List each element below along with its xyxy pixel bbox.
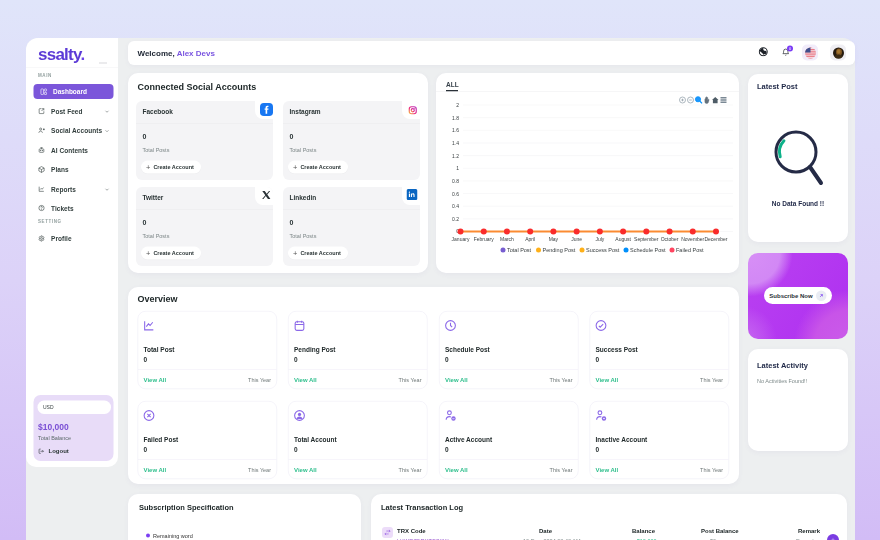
svg-text:0.2: 0.2 xyxy=(452,216,459,222)
svg-text:1: 1 xyxy=(456,165,459,171)
svg-text:October: October xyxy=(661,236,679,242)
svg-text:May: May xyxy=(549,236,559,242)
svg-text:July: July xyxy=(595,236,604,242)
svg-text:0.8: 0.8 xyxy=(452,178,459,184)
svg-text:February: February xyxy=(474,236,495,242)
svg-text:Total Post: Total Post xyxy=(507,247,532,253)
svg-text:1.4: 1.4 xyxy=(452,140,459,146)
svg-text:September: September xyxy=(634,236,659,242)
svg-text:0.4: 0.4 xyxy=(452,203,459,209)
svg-text:Pending Post: Pending Post xyxy=(543,247,576,253)
svg-text:1.2: 1.2 xyxy=(452,153,459,159)
svg-text:April: April xyxy=(525,236,535,242)
svg-text:Schedule Post: Schedule Post xyxy=(630,247,666,253)
svg-text:1.8: 1.8 xyxy=(452,115,459,121)
svg-text:August: August xyxy=(615,236,631,242)
svg-text:1.6: 1.6 xyxy=(452,127,459,133)
svg-text:Failed Post: Failed Post xyxy=(676,247,704,253)
svg-text:0.6: 0.6 xyxy=(452,191,459,197)
svg-text:March: March xyxy=(500,236,514,242)
svg-text:December: December xyxy=(704,236,727,242)
svg-text:Success Post: Success Post xyxy=(586,247,620,253)
svg-text:January: January xyxy=(452,236,470,242)
svg-text:2: 2 xyxy=(456,102,459,108)
svg-text:November: November xyxy=(681,236,704,242)
svg-text:June: June xyxy=(571,236,582,242)
